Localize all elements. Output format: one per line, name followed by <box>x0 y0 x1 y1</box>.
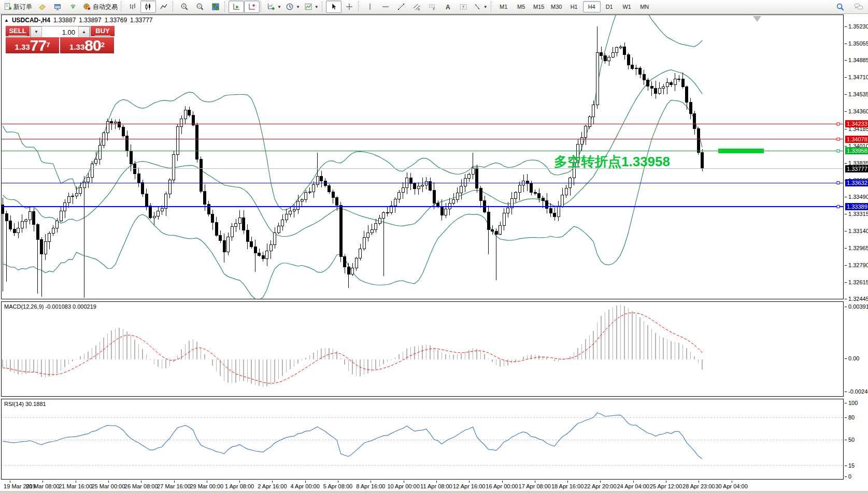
text-tool-button[interactable]: A <box>440 1 456 13</box>
vertical-line-tool-button[interactable] <box>362 1 378 13</box>
main-chart-panel[interactable]: ▲ USDCAD-,H4 1.33887 1.33897 1.33769 1.3… <box>1 15 844 299</box>
time-axis-tick-mark <box>141 481 141 483</box>
equidistant-channel-icon: E <box>412 3 421 11</box>
collapse-triangle-icon[interactable]: ▲ <box>4 17 9 24</box>
main-toolbar: 新订单 自动交易 ▼ ▼ <box>0 0 868 14</box>
time-axis-label: 10 Apr 00:00 <box>387 483 419 489</box>
time-axis-label: 5 Apr 08:00 <box>323 483 352 489</box>
rsi-label: RSI(14) 30.1881 <box>4 401 46 407</box>
time-axis-label: 25 Apr 12:00 <box>650 483 682 489</box>
crosshair-tool-button[interactable] <box>341 1 357 13</box>
cursor-icon <box>330 3 338 11</box>
timeframe-m1-button[interactable]: M1 <box>495 1 513 12</box>
bar-chart-button[interactable] <box>125 1 140 13</box>
axis-tick-mark <box>845 248 847 249</box>
bar-chart-icon <box>129 3 137 11</box>
zoom-out-button[interactable] <box>192 1 208 13</box>
axis-tick-mark <box>845 60 847 61</box>
axis-tick-label: 1.34710 <box>848 74 868 80</box>
rsi-axis[interactable]: 1008050150 <box>845 399 868 480</box>
auto-scroll-button[interactable] <box>229 1 244 13</box>
rsi-panel[interactable]: RSI(14) 30.1881 <box>1 399 844 480</box>
svg-text:A: A <box>446 4 450 11</box>
axis-tick-mark <box>845 307 847 307</box>
new-chart-button[interactable]: ▼ <box>265 1 283 13</box>
axis-tick-mark <box>845 163 847 164</box>
time-axis-label: 28 Apr 23:00 <box>682 483 715 489</box>
price-axis[interactable]: 1.352301.350551.348851.347101.345351.343… <box>845 15 868 299</box>
auto-trading-button[interactable]: 自动交易 <box>81 1 120 13</box>
axis-tick-mark <box>845 94 847 95</box>
arrows-caret-icon: ▼ <box>483 5 488 9</box>
axis-tick-label: 1.32965 <box>848 245 868 251</box>
sell-button[interactable]: SELL <box>6 26 30 37</box>
tile-windows-icon <box>211 3 220 11</box>
text-label-tool-button[interactable]: T <box>456 1 471 13</box>
volume-up-button[interactable]: ▲ <box>78 26 90 38</box>
chart-annotation-text[interactable]: 多空转折点1.33958 <box>554 153 670 171</box>
timeframe-m30-button[interactable]: M30 <box>548 1 565 12</box>
sell-price-display[interactable]: 1.33 77 7 <box>6 37 59 53</box>
timeframe-h4-button[interactable]: H4 <box>583 1 601 12</box>
trendline-tool-button[interactable] <box>393 1 409 13</box>
chart-shift-icon <box>248 3 256 11</box>
axis-tick-label: 100 <box>848 400 858 406</box>
axis-tick-mark <box>845 282 847 283</box>
candlestick-chart-button[interactable] <box>140 1 156 13</box>
data-window-button[interactable] <box>50 1 65 13</box>
candlestick-chart-icon <box>144 3 152 11</box>
buy-button[interactable]: BUY <box>91 26 115 37</box>
time-axis-label: 8 Apr 16:00 <box>356 483 385 489</box>
chart-shift-marker-icon[interactable] <box>753 16 761 22</box>
chat-icon <box>854 3 863 11</box>
zoom-in-button[interactable] <box>177 1 192 13</box>
fibonacci-tool-button[interactable]: F <box>424 1 440 13</box>
buy-price-display[interactable]: 1.33 80 2 <box>60 37 114 53</box>
sell-price-big: 77 <box>30 38 46 53</box>
axis-tick-mark <box>845 44 847 44</box>
search-button[interactable] <box>832 1 848 13</box>
axis-tick-mark <box>845 358 847 359</box>
volume-input[interactable] <box>42 26 78 38</box>
signals-button[interactable] <box>65 1 81 13</box>
volume-down-button[interactable]: ▼ <box>31 26 42 38</box>
price-axis-marker-label: 1.33958 <box>845 147 868 154</box>
chart-shift-button[interactable] <box>244 1 260 13</box>
axis-tick-label: 80 <box>848 414 855 421</box>
axis-tick-label: 1.35055 <box>848 40 868 47</box>
horizontal-line-tool-button[interactable] <box>378 1 393 13</box>
timeframe-h1-button[interactable]: H1 <box>565 1 583 12</box>
macd-panel[interactable]: MACD(12,26,9) -0.001083 0.000219 <box>1 301 844 397</box>
market-watch-icon <box>38 3 46 11</box>
axis-tick-mark <box>845 417 847 418</box>
tile-windows-button[interactable] <box>208 1 223 13</box>
axis-tick-mark <box>845 197 847 197</box>
timeframe-mn-button[interactable]: MN <box>636 1 653 12</box>
timeframe-m15-button[interactable]: M15 <box>530 1 548 12</box>
period-clock-button[interactable]: ▼ <box>283 1 302 13</box>
arrows-tool-button[interactable]: ▼ <box>471 1 490 13</box>
new-order-button[interactable]: 新订单 <box>2 1 34 13</box>
indicators-button[interactable]: ▼ <box>302 1 321 13</box>
timeframe-d1-button[interactable]: D1 <box>601 1 618 12</box>
candlestick-chart[interactable] <box>2 15 843 299</box>
time-axis-label: 18 Apr 16:00 <box>551 483 584 489</box>
axis-tick-mark <box>845 77 847 78</box>
channel-tool-button[interactable]: E <box>409 1 424 13</box>
ohlc-open: 1.33887 <box>53 17 76 24</box>
axis-tick-label: 1.34535 <box>848 91 868 97</box>
axis-tick-label: 1.35230 <box>848 23 868 30</box>
cursor-tool-button[interactable] <box>326 1 341 13</box>
price-axis-marker-label: 1.34078 <box>845 136 868 143</box>
macd-axis[interactable]: 0.0039170.00-0.002465 <box>845 301 868 397</box>
line-chart-icon <box>160 3 168 11</box>
market-watch-button[interactable] <box>34 1 50 13</box>
timeframe-m5-button[interactable]: M5 <box>513 1 530 12</box>
line-chart-button[interactable] <box>156 1 172 13</box>
axis-tick-mark <box>845 129 847 129</box>
time-axis[interactable]: 19 Mar 201920 Mar 08:0021 Mar 16:0025 Ma… <box>1 481 844 491</box>
time-axis-tick-mark <box>42 481 43 483</box>
chat-button[interactable] <box>851 1 866 13</box>
timeframe-w1-button[interactable]: W1 <box>618 1 636 12</box>
toolbar-separator <box>173 2 176 12</box>
